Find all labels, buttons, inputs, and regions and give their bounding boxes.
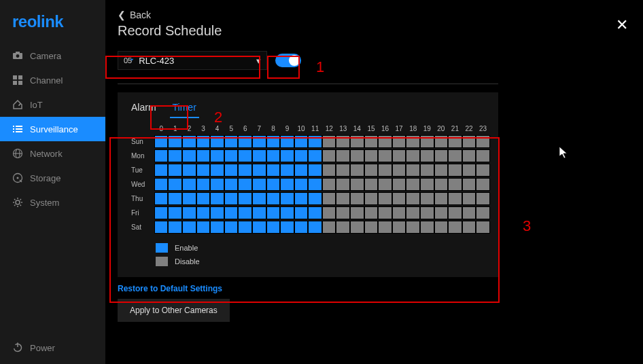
schedule-cell[interactable] — [280, 135, 294, 148]
schedule-cell[interactable] — [434, 135, 449, 148]
schedule-cell[interactable] — [378, 178, 392, 191]
schedule-cell[interactable] — [294, 164, 309, 177]
schedule-cell[interactable] — [210, 192, 224, 205]
schedule-cell[interactable] — [196, 135, 211, 148]
schedule-cell[interactable] — [238, 135, 252, 148]
schedule-cell[interactable] — [252, 221, 266, 234]
schedule-cell[interactable] — [266, 149, 281, 162]
schedule-cell[interactable] — [294, 135, 309, 148]
schedule-cell[interactable] — [434, 164, 449, 177]
schedule-cell[interactable] — [224, 149, 239, 162]
schedule-cell[interactable] — [280, 164, 294, 177]
sidebar-item-camera[interactable]: Camera — [0, 43, 105, 68]
schedule-cell[interactable] — [210, 149, 224, 162]
schedule-cell[interactable] — [308, 135, 322, 148]
schedule-cell[interactable] — [322, 164, 336, 177]
schedule-cell[interactable] — [392, 135, 406, 148]
schedule-cell[interactable] — [266, 221, 281, 234]
schedule-cell[interactable] — [154, 178, 169, 191]
schedule-cell[interactable] — [378, 192, 392, 205]
schedule-cell[interactable] — [322, 135, 336, 148]
schedule-cell[interactable] — [448, 221, 462, 234]
schedule-cell[interactable] — [378, 149, 392, 162]
schedule-cell[interactable] — [154, 206, 169, 219]
schedule-cell[interactable] — [294, 178, 309, 191]
schedule-cell[interactable] — [154, 221, 169, 234]
schedule-cell[interactable] — [196, 178, 211, 191]
schedule-cell[interactable] — [406, 164, 420, 177]
schedule-cell[interactable] — [476, 149, 490, 162]
schedule-cell[interactable] — [308, 164, 322, 177]
schedule-cell[interactable] — [280, 206, 294, 219]
schedule-cell[interactable] — [154, 164, 169, 177]
schedule-cell[interactable] — [406, 135, 420, 148]
schedule-cell[interactable] — [392, 192, 406, 205]
schedule-cell[interactable] — [406, 192, 420, 205]
schedule-cell[interactable] — [196, 221, 211, 234]
schedule-cell[interactable] — [266, 192, 281, 205]
schedule-cell[interactable] — [294, 206, 309, 219]
schedule-cell[interactable] — [168, 206, 182, 219]
schedule-cell[interactable] — [420, 164, 434, 177]
schedule-cell[interactable] — [462, 221, 476, 234]
schedule-cell[interactable] — [308, 206, 322, 219]
schedule-cell[interactable] — [168, 149, 182, 162]
sidebar-item-network[interactable]: Network — [0, 141, 105, 166]
schedule-cell[interactable] — [308, 192, 322, 205]
schedule-cell[interactable] — [462, 178, 476, 191]
schedule-cell[interactable] — [392, 149, 406, 162]
schedule-cell[interactable] — [336, 178, 350, 191]
schedule-cell[interactable] — [308, 149, 322, 162]
schedule-cell[interactable] — [182, 192, 196, 205]
schedule-cell[interactable] — [434, 206, 449, 219]
schedule-cell[interactable] — [462, 164, 476, 177]
restore-link[interactable]: Restore to Default Settings — [118, 284, 627, 293]
schedule-cell[interactable] — [266, 178, 281, 191]
schedule-cell[interactable] — [462, 206, 476, 219]
schedule-cell[interactable] — [280, 221, 294, 234]
schedule-cell[interactable] — [154, 192, 169, 205]
schedule-cell[interactable] — [476, 135, 490, 148]
schedule-cell[interactable] — [476, 178, 490, 191]
schedule-cell[interactable] — [252, 164, 266, 177]
schedule-cell[interactable] — [322, 149, 336, 162]
schedule-cell[interactable] — [252, 178, 266, 191]
schedule-cell[interactable] — [336, 164, 350, 177]
schedule-cell[interactable] — [280, 192, 294, 205]
schedule-cell[interactable] — [448, 149, 462, 162]
schedule-cell[interactable] — [336, 206, 350, 219]
schedule-cell[interactable] — [364, 192, 379, 205]
schedule-cell[interactable] — [350, 149, 364, 162]
schedule-cell[interactable] — [294, 192, 309, 205]
schedule-cell[interactable] — [224, 135, 239, 148]
schedule-cell[interactable] — [392, 164, 406, 177]
schedule-cell[interactable] — [238, 221, 252, 234]
schedule-cell[interactable] — [154, 149, 169, 162]
schedule-cell[interactable] — [350, 178, 364, 191]
schedule-cell[interactable] — [210, 164, 224, 177]
schedule-cell[interactable] — [336, 135, 350, 148]
schedule-cell[interactable] — [364, 135, 379, 148]
sidebar-item-system[interactable]: System — [0, 190, 105, 215]
schedule-cell[interactable] — [224, 192, 239, 205]
schedule-cell[interactable] — [252, 135, 266, 148]
schedule-cell[interactable] — [434, 221, 449, 234]
power-button[interactable]: Power — [0, 332, 105, 364]
schedule-cell[interactable] — [378, 221, 392, 234]
camera-select[interactable]: 05 RLC-423 ▾ — [118, 51, 267, 70]
schedule-cell[interactable] — [350, 135, 364, 148]
tab-timer[interactable]: Timer — [167, 99, 202, 115]
schedule-cell[interactable] — [434, 149, 449, 162]
schedule-cell[interactable] — [378, 135, 392, 148]
sidebar-item-surveillance[interactable]: Surveillance — [0, 117, 105, 141]
schedule-cell[interactable] — [448, 178, 462, 191]
back-button[interactable]: ❮ Back — [118, 10, 627, 20]
schedule-cell[interactable] — [308, 221, 322, 234]
schedule-cell[interactable] — [168, 164, 182, 177]
schedule-cell[interactable] — [196, 206, 211, 219]
schedule-cell[interactable] — [168, 192, 182, 205]
schedule-cell[interactable] — [420, 149, 434, 162]
schedule-cell[interactable] — [448, 192, 462, 205]
schedule-cell[interactable] — [476, 192, 490, 205]
schedule-cell[interactable] — [182, 164, 196, 177]
